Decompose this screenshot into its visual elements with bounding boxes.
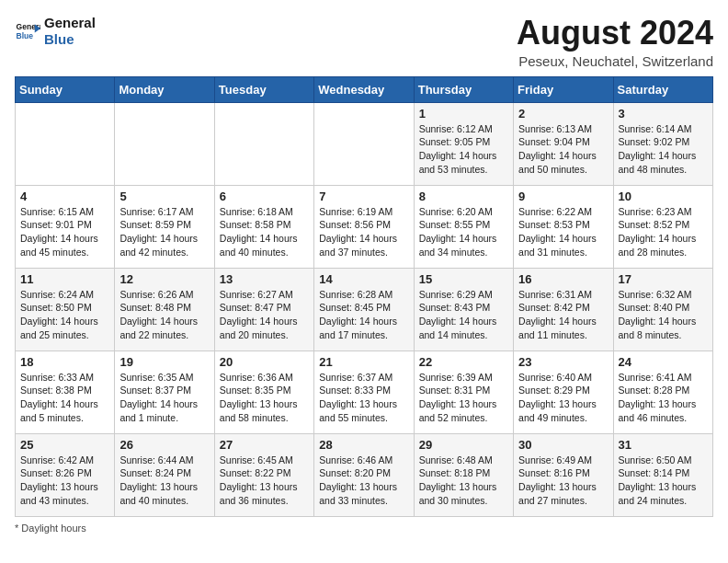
day-info: Sunrise: 6:40 AM Sunset: 8:29 PM Dayligh… (518, 371, 608, 425)
day-info: Sunrise: 6:32 AM Sunset: 8:40 PM Dayligh… (619, 288, 708, 342)
day-number: 19 (119, 355, 209, 369)
calendar-cell: 6Sunrise: 6:18 AM Sunset: 8:58 PM Daylig… (214, 185, 313, 268)
day-info: Sunrise: 6:31 AM Sunset: 8:42 PM Dayligh… (518, 288, 608, 342)
day-info: Sunrise: 6:27 AM Sunset: 8:47 PM Dayligh… (220, 288, 309, 342)
day-header-friday: Friday (514, 76, 613, 102)
day-number: 20 (220, 355, 309, 369)
day-number: 1 (419, 107, 508, 121)
day-number: 24 (619, 355, 708, 369)
calendar-header-row: SundayMondayTuesdayWednesdayThursdayFrid… (16, 76, 713, 102)
calendar-cell: 5Sunrise: 6:17 AM Sunset: 8:59 PM Daylig… (115, 185, 214, 268)
calendar-week-1: 4Sunrise: 6:15 AM Sunset: 9:01 PM Daylig… (16, 185, 713, 268)
calendar-cell (214, 102, 313, 185)
day-number: 4 (20, 190, 109, 203)
day-info: Sunrise: 6:22 AM Sunset: 8:53 PM Dayligh… (518, 205, 608, 259)
calendar-cell: 31Sunrise: 6:50 AM Sunset: 8:14 PM Dayli… (613, 433, 712, 516)
calendar-cell: 17Sunrise: 6:32 AM Sunset: 8:40 PM Dayli… (613, 268, 712, 350)
calendar-week-4: 25Sunrise: 6:42 AM Sunset: 8:26 PM Dayli… (16, 433, 713, 516)
footer-note: * Daylight hours (15, 523, 713, 534)
title-area: August 2024 Peseux, Neuchatel, Switzerla… (517, 15, 713, 69)
day-number: 28 (319, 438, 408, 452)
day-info: Sunrise: 6:41 AM Sunset: 8:28 PM Dayligh… (619, 371, 708, 425)
calendar-cell: 28Sunrise: 6:46 AM Sunset: 8:20 PM Dayli… (314, 433, 414, 516)
day-info: Sunrise: 6:49 AM Sunset: 8:16 PM Dayligh… (518, 454, 608, 508)
calendar-cell: 3Sunrise: 6:14 AM Sunset: 9:02 PM Daylig… (613, 102, 712, 185)
calendar-cell: 30Sunrise: 6:49 AM Sunset: 8:16 PM Dayli… (514, 433, 613, 516)
day-number: 10 (619, 190, 708, 203)
calendar-cell: 27Sunrise: 6:45 AM Sunset: 8:22 PM Dayli… (214, 433, 313, 516)
day-info: Sunrise: 6:39 AM Sunset: 8:31 PM Dayligh… (419, 371, 508, 425)
day-number: 25 (20, 438, 109, 452)
day-number: 29 (419, 438, 508, 452)
calendar-cell: 24Sunrise: 6:41 AM Sunset: 8:28 PM Dayli… (613, 350, 712, 433)
calendar-body: 1Sunrise: 6:12 AM Sunset: 9:05 PM Daylig… (16, 102, 713, 516)
page-header: General Blue General Blue August 2024 Pe… (15, 15, 713, 69)
calendar-cell (115, 102, 214, 185)
day-number: 11 (20, 272, 109, 286)
calendar-cell: 1Sunrise: 6:12 AM Sunset: 9:05 PM Daylig… (414, 102, 513, 185)
calendar-cell: 16Sunrise: 6:31 AM Sunset: 8:42 PM Dayli… (514, 268, 613, 350)
day-number: 21 (319, 355, 408, 369)
day-number: 9 (518, 190, 608, 203)
day-info: Sunrise: 6:24 AM Sunset: 8:50 PM Dayligh… (20, 288, 109, 342)
day-info: Sunrise: 6:26 AM Sunset: 8:48 PM Dayligh… (119, 288, 209, 342)
logo-line1: General (44, 15, 96, 31)
day-info: Sunrise: 6:14 AM Sunset: 9:02 PM Dayligh… (619, 122, 708, 177)
location: Peseux, Neuchatel, Switzerland (517, 53, 713, 69)
calendar-cell: 20Sunrise: 6:36 AM Sunset: 8:35 PM Dayli… (214, 350, 313, 433)
day-info: Sunrise: 6:29 AM Sunset: 8:43 PM Dayligh… (419, 288, 508, 342)
calendar-cell: 29Sunrise: 6:48 AM Sunset: 8:18 PM Dayli… (414, 433, 513, 516)
day-number: 17 (619, 272, 708, 286)
calendar-cell: 21Sunrise: 6:37 AM Sunset: 8:33 PM Dayli… (314, 350, 414, 433)
calendar-cell: 11Sunrise: 6:24 AM Sunset: 8:50 PM Dayli… (16, 268, 115, 350)
day-number: 8 (419, 190, 508, 203)
calendar-cell: 14Sunrise: 6:28 AM Sunset: 8:45 PM Dayli… (314, 268, 414, 350)
calendar-cell: 4Sunrise: 6:15 AM Sunset: 9:01 PM Daylig… (16, 185, 115, 268)
calendar-cell: 23Sunrise: 6:40 AM Sunset: 8:29 PM Dayli… (514, 350, 613, 433)
calendar-cell: 25Sunrise: 6:42 AM Sunset: 8:26 PM Dayli… (16, 433, 115, 516)
day-number: 18 (20, 355, 109, 369)
day-info: Sunrise: 6:50 AM Sunset: 8:14 PM Dayligh… (619, 454, 708, 508)
day-info: Sunrise: 6:20 AM Sunset: 8:55 PM Dayligh… (419, 205, 508, 259)
calendar-week-0: 1Sunrise: 6:12 AM Sunset: 9:05 PM Daylig… (16, 102, 713, 185)
day-number: 23 (518, 355, 608, 369)
day-number: 30 (518, 438, 608, 452)
day-info: Sunrise: 6:44 AM Sunset: 8:24 PM Dayligh… (119, 454, 209, 508)
calendar-cell: 19Sunrise: 6:35 AM Sunset: 8:37 PM Dayli… (115, 350, 214, 433)
day-header-thursday: Thursday (414, 76, 513, 102)
day-header-wednesday: Wednesday (314, 76, 414, 102)
day-info: Sunrise: 6:37 AM Sunset: 8:33 PM Dayligh… (319, 371, 408, 425)
day-header-monday: Monday (115, 76, 214, 102)
day-number: 15 (419, 272, 508, 286)
calendar-table: SundayMondayTuesdayWednesdayThursdayFrid… (15, 76, 713, 517)
calendar-cell: 22Sunrise: 6:39 AM Sunset: 8:31 PM Dayli… (414, 350, 513, 433)
day-info: Sunrise: 6:18 AM Sunset: 8:58 PM Dayligh… (220, 205, 309, 259)
calendar-week-3: 18Sunrise: 6:33 AM Sunset: 8:38 PM Dayli… (16, 350, 713, 433)
day-info: Sunrise: 6:15 AM Sunset: 9:01 PM Dayligh… (20, 205, 109, 259)
day-number: 12 (119, 272, 209, 286)
calendar-week-2: 11Sunrise: 6:24 AM Sunset: 8:50 PM Dayli… (16, 268, 713, 350)
day-info: Sunrise: 6:48 AM Sunset: 8:18 PM Dayligh… (419, 454, 508, 508)
calendar-cell: 18Sunrise: 6:33 AM Sunset: 8:38 PM Dayli… (16, 350, 115, 433)
day-info: Sunrise: 6:13 AM Sunset: 9:04 PM Dayligh… (518, 122, 608, 177)
day-header-tuesday: Tuesday (214, 76, 313, 102)
day-number: 6 (220, 190, 309, 203)
logo: General Blue General Blue (15, 15, 96, 48)
day-info: Sunrise: 6:42 AM Sunset: 8:26 PM Dayligh… (20, 454, 109, 508)
calendar-cell: 9Sunrise: 6:22 AM Sunset: 8:53 PM Daylig… (514, 185, 613, 268)
day-number: 14 (319, 272, 408, 286)
day-number: 27 (220, 438, 309, 452)
day-info: Sunrise: 6:12 AM Sunset: 9:05 PM Dayligh… (419, 122, 508, 177)
calendar-cell: 8Sunrise: 6:20 AM Sunset: 8:55 PM Daylig… (414, 185, 513, 268)
day-info: Sunrise: 6:36 AM Sunset: 8:35 PM Dayligh… (220, 371, 309, 425)
calendar-cell: 12Sunrise: 6:26 AM Sunset: 8:48 PM Dayli… (115, 268, 214, 350)
logo-line2: Blue (44, 31, 96, 48)
calendar-cell: 2Sunrise: 6:13 AM Sunset: 9:04 PM Daylig… (514, 102, 613, 185)
day-info: Sunrise: 6:28 AM Sunset: 8:45 PM Dayligh… (319, 288, 408, 342)
day-header-sunday: Sunday (16, 76, 115, 102)
day-info: Sunrise: 6:23 AM Sunset: 8:52 PM Dayligh… (619, 205, 708, 259)
day-number: 2 (518, 107, 608, 121)
calendar-cell: 15Sunrise: 6:29 AM Sunset: 8:43 PM Dayli… (414, 268, 513, 350)
day-info: Sunrise: 6:46 AM Sunset: 8:20 PM Dayligh… (319, 454, 408, 508)
day-number: 22 (419, 355, 508, 369)
